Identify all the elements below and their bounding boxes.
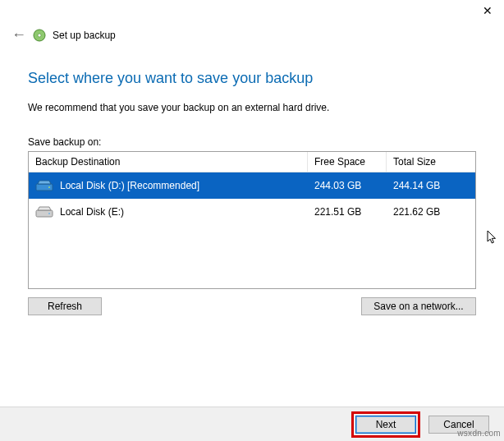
- drive-total-size: 244.14 GB: [387, 176, 475, 195]
- refresh-button[interactable]: Refresh: [28, 297, 102, 315]
- drive-free-space: 221.51 GB: [308, 202, 387, 222]
- window-title: Set up backup: [53, 30, 116, 41]
- drive-free-space: 244.03 GB: [308, 176, 387, 195]
- next-button-highlight: Next: [351, 411, 420, 438]
- table-row[interactable]: Local Disk (D:) [Recommended] 244.03 GB …: [29, 172, 475, 199]
- drive-label: Local Disk (D:) [Recommended]: [60, 180, 199, 191]
- backup-destination-table: Backup Destination Free Space Total Size…: [28, 151, 476, 289]
- col-header-destination[interactable]: Backup Destination: [29, 152, 308, 172]
- table-header-row: Backup Destination Free Space Total Size: [29, 152, 475, 172]
- hard-drive-icon: [35, 205, 53, 218]
- next-button[interactable]: Next: [355, 416, 416, 434]
- page-heading: Select where you want to save your backu…: [28, 70, 476, 87]
- list-label: Save backup on:: [28, 136, 476, 148]
- drive-label: Local Disk (E:): [60, 206, 124, 218]
- col-header-free-space[interactable]: Free Space: [308, 152, 387, 172]
- col-header-total-size[interactable]: Total Size: [387, 152, 475, 172]
- backup-disc-icon: [33, 29, 46, 42]
- svg-rect-2: [36, 184, 53, 191]
- table-row[interactable]: Local Disk (E:) 221.51 GB 221.62 GB: [29, 199, 475, 225]
- svg-point-5: [48, 213, 50, 214]
- save-on-network-button[interactable]: Save on a network...: [361, 297, 476, 315]
- svg-point-3: [48, 186, 50, 188]
- page-description: We recommend that you save your backup o…: [28, 102, 476, 113]
- svg-rect-4: [36, 210, 53, 217]
- hard-drive-icon: [35, 179, 53, 192]
- drive-total-size: 221.62 GB: [387, 202, 475, 222]
- dialog-footer: Next Cancel: [0, 407, 504, 441]
- close-icon[interactable]: ✕: [478, 3, 497, 18]
- svg-point-1: [38, 34, 41, 37]
- back-arrow-icon[interactable]: ←: [11, 26, 26, 44]
- cancel-button[interactable]: Cancel: [428, 416, 489, 434]
